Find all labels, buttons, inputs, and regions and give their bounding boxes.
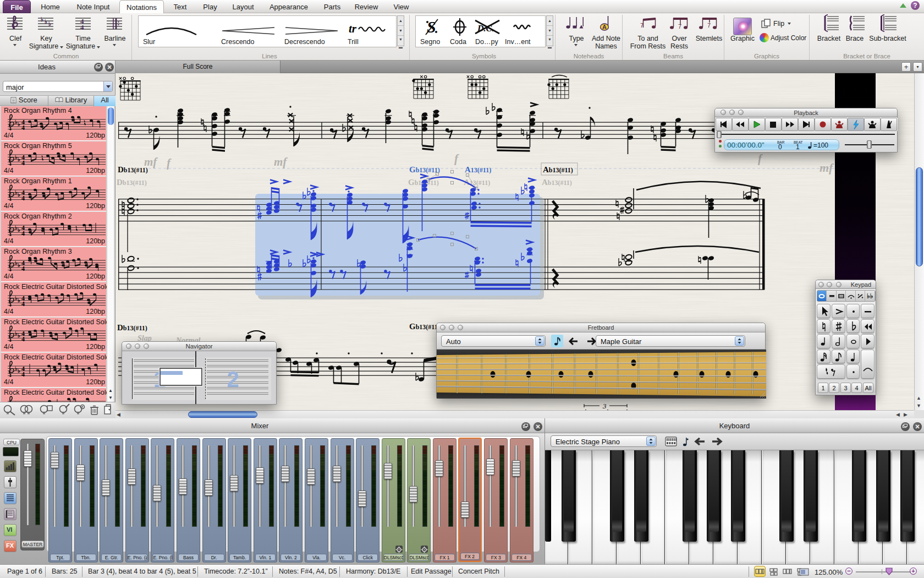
- svg-text:♭: ♭: [18, 297, 20, 303]
- svg-text:Db13(#11): Db13(#11): [117, 323, 147, 332]
- svg-text:Ab13(#11): Ab13(#11): [542, 178, 572, 187]
- svg-text:7: 7: [640, 22, 644, 29]
- svg-text:f: f: [758, 152, 763, 165]
- svg-text:♭: ♭: [18, 156, 20, 162]
- svg-text:♭: ♭: [18, 192, 20, 198]
- svg-text:mf: mf: [274, 155, 288, 168]
- svg-text:3: 3: [602, 402, 607, 410]
- svg-text:Gb13(#11): Gb13(#11): [409, 165, 440, 174]
- svg-text:Coda: Coda: [450, 38, 466, 46]
- svg-text:7: 7: [678, 23, 681, 30]
- svg-text:Decrescendo: Decrescendo: [284, 38, 325, 46]
- svg-text:Ab13(#11): Ab13(#11): [543, 165, 573, 174]
- svg-text:4: 4: [21, 230, 25, 237]
- svg-text:Segno: Segno: [420, 38, 440, 46]
- svg-text:Db13(#11): Db13(#11): [117, 178, 147, 187]
- svg-text:A: A: [602, 24, 607, 30]
- svg-text:A13(#11): A13(#11): [464, 178, 490, 187]
- svg-text:A13(#11): A13(#11): [465, 165, 491, 174]
- svg-text:4: 4: [21, 194, 25, 202]
- svg-text:Db13(#11): Db13(#11): [118, 165, 148, 174]
- svg-text:♭: ♭: [18, 121, 20, 127]
- svg-text:4: 4: [21, 300, 25, 308]
- svg-text:♭♭: ♭♭: [867, 292, 873, 300]
- svg-text:Inv…ent: Inv…ent: [505, 38, 531, 46]
- svg-text:Crescendo: Crescendo: [221, 38, 254, 46]
- svg-text:Trill: Trill: [348, 38, 359, 46]
- svg-text:f: f: [454, 152, 459, 165]
- svg-text:♭: ♭: [18, 368, 20, 374]
- svg-text:Do…py: Do…py: [475, 38, 498, 46]
- svg-text:4: 4: [21, 370, 25, 378]
- svg-text:♭: ♭: [18, 227, 20, 233]
- svg-text:Gb13(#11): Gb13(#11): [409, 322, 440, 331]
- svg-text:♭: ♭: [18, 332, 20, 339]
- svg-text:mf: mf: [820, 161, 834, 175]
- svg-text:♭: ♭: [48, 20, 51, 27]
- svg-text:4: 4: [21, 124, 25, 132]
- svg-text:4: 4: [21, 265, 25, 272]
- svg-text:f: f: [167, 156, 172, 170]
- svg-text:tr: tr: [349, 22, 357, 35]
- svg-text:Slur: Slur: [143, 38, 155, 46]
- svg-text:4: 4: [21, 159, 25, 167]
- svg-text:4: 4: [21, 335, 25, 343]
- svg-text:♭: ♭: [18, 262, 20, 268]
- svg-text:7: 7: [707, 22, 711, 29]
- svg-text:♭: ♭: [45, 18, 47, 25]
- svg-text:♭: ♭: [41, 16, 43, 23]
- svg-text:4: 4: [80, 23, 84, 31]
